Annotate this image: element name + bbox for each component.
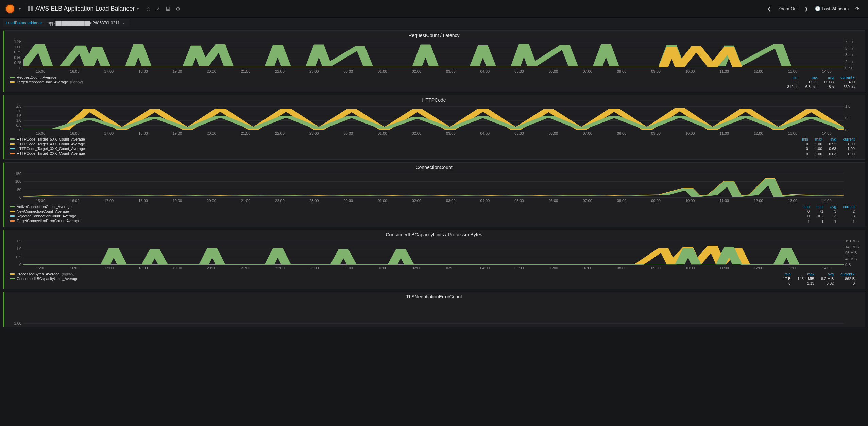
template-variable-row: LoadBalancerName app/████████████a2d8637…: [0, 18, 868, 29]
legend-series-name: HTTPCode_Target_3XX_Count_Average: [17, 147, 85, 151]
legend-swatch: [10, 215, 15, 217]
legend-item[interactable]: TargetResponseTime_Average (right-y): [10, 80, 784, 84]
panel-drag-handle[interactable]: [3, 163, 4, 227]
legend-list: ProcessedBytes_Average (right-y) Consume…: [10, 272, 780, 281]
panel-httpcode: HTTPCode 0 0.5 1.0 1.5 2.0 2.5 00.51.0 1…: [3, 95, 865, 160]
chart-plot[interactable]: [23, 174, 844, 197]
legend-list: RequestCount_Average TargetResponseTime_…: [10, 75, 784, 84]
chart-canvas[interactable]: 1.00: [23, 303, 844, 323]
legend-series-name: RequestCount_Average: [17, 75, 56, 79]
panel-title[interactable]: ConsumedLBCapacityUnits / ProcessedBytes: [3, 230, 865, 240]
legend-series-name: TargetConnectionErrorCount_Average: [17, 219, 80, 223]
legend-item[interactable]: HTTPCode_Target_3XX_Count_Average: [10, 146, 799, 151]
chart-plot[interactable]: [23, 42, 844, 68]
legend-swatch: [10, 206, 15, 207]
legend-swatch: [10, 273, 15, 275]
chart-canvas[interactable]: 0 0.5 1.0 1.5 2.0 2.5 00.51.0: [23, 106, 844, 130]
legend-stats-table: minmaxavgcurrent01.000.521.0001.000.631.…: [799, 137, 858, 157]
panel-tls: TLSNegotiationErrorCount 1.00: [3, 292, 865, 327]
variable-value-dropdown[interactable]: app/████████████a2d86370b0211 ▾: [45, 19, 130, 27]
legend-item[interactable]: HTTPCode_Target_2XX_Count_Average: [10, 151, 799, 156]
legend-series-name: ConsumedLBCapacityUnits_Average: [17, 277, 78, 281]
legend-swatch: [10, 211, 15, 212]
x-axis-ticks: 15:0016:0017:0018:0019:0020:0021:0022:00…: [23, 69, 844, 73]
legend-swatch: [10, 143, 15, 145]
panel-drag-handle[interactable]: [3, 230, 4, 289]
legend-series-name: HTTPCode_Target_2XX_Count_Average: [17, 151, 85, 155]
panel-title[interactable]: TLSNegotiationErrorCount: [3, 292, 865, 301]
legend-axis-hint: (right-y): [62, 272, 74, 276]
legend-series-name: ProcessedBytes_Average: [17, 272, 59, 276]
legend-item[interactable]: ConsumedLBCapacityUnits_Average: [10, 276, 780, 281]
time-back-button[interactable]: ❮: [764, 4, 775, 13]
legend-swatch: [10, 148, 15, 149]
legend-series-name: HTTPCode_Target_5XX_Count_Average: [17, 137, 85, 141]
legend-series-name: HTTPCode_Target_4XX_Count_Average: [17, 142, 85, 146]
legend-list: HTTPCode_Target_5XX_Count_Average HTTPCo…: [10, 137, 799, 156]
panel-drag-handle[interactable]: [3, 31, 4, 92]
panel-title[interactable]: ConnectionCount: [3, 163, 865, 172]
panel-title[interactable]: HTTPCode: [3, 95, 865, 105]
grafana-logo-icon[interactable]: [5, 4, 15, 14]
legend-item[interactable]: ActiveConnectionCount_Average: [10, 204, 800, 209]
legend-swatch: [10, 77, 15, 78]
clock-icon: 🕘: [815, 6, 820, 11]
panel-drag-handle[interactable]: [3, 95, 4, 159]
legend-item[interactable]: RejectedConnectionCount_Average: [10, 214, 800, 218]
x-axis-ticks: 15:0016:0017:0018:0019:0020:0021:0022:00…: [23, 131, 844, 135]
legend: HTTPCode_Target_5XX_Count_Average HTTPCo…: [7, 135, 861, 157]
legend-item[interactable]: HTTPCode_Target_4XX_Count_Average: [10, 142, 799, 146]
gear-icon[interactable]: ⚙: [173, 4, 183, 14]
legend-swatch: [10, 153, 15, 154]
time-picker: ❮ Zoom Out ❯ 🕘 Last 24 hours ⟳: [764, 4, 863, 13]
chart-plot[interactable]: [23, 241, 844, 265]
panel-area: RequestCount / Latency 0 0.25 0.50 0.75 …: [0, 29, 868, 331]
chevron-down-icon[interactable]: ▾: [17, 7, 23, 11]
refresh-button[interactable]: ⟳: [852, 4, 863, 13]
chart-plot[interactable]: [23, 303, 844, 323]
panel-conn: ConnectionCount 0 50 100 150 15:0016:001…: [3, 162, 865, 227]
legend-item[interactable]: RequestCount_Average: [10, 75, 784, 80]
time-range-button[interactable]: 🕘 Last 24 hours: [812, 4, 852, 13]
legend-axis-hint: (right-y): [70, 80, 83, 84]
dashboard-grid-icon: [28, 6, 33, 11]
chart-canvas[interactable]: 0 0.25 0.50 0.75 1.00 1.25 0 ns2 min3 mi…: [23, 42, 844, 68]
legend-stats-table: minmaxavgcurrent071320102331111: [800, 204, 858, 224]
legend: ActiveConnectionCount_Average NewConnect…: [7, 203, 861, 225]
variable-value-text: app/████████████a2d86370b0211: [48, 21, 120, 26]
star-icon[interactable]: ☆: [143, 4, 153, 14]
chart-plot[interactable]: [23, 106, 844, 130]
chevron-down-icon: ▾: [135, 7, 141, 11]
legend-series-name: TargetResponseTime_Average: [17, 80, 68, 84]
legend-item[interactable]: ProcessedBytes_Average (right-y): [10, 272, 780, 276]
legend-stats-table: minmaxavgcurrent17 B148.4 MiB8.2 MiB862 …: [780, 272, 858, 286]
legend-item[interactable]: TargetConnectionErrorCount_Average: [10, 218, 800, 223]
legend-series-name: NewConnectionCount_Average: [17, 209, 69, 213]
legend-list: ActiveConnectionCount_Average NewConnect…: [10, 204, 800, 223]
legend-item[interactable]: NewConnectionCount_Average: [10, 209, 800, 214]
legend-swatch: [10, 278, 15, 279]
variable-label: LoadBalancerName: [3, 19, 45, 27]
zoom-out-button[interactable]: Zoom Out: [775, 4, 801, 13]
legend-swatch: [10, 138, 15, 140]
chevron-down-icon: ▾: [121, 21, 127, 25]
dashboard-picker[interactable]: AWS ELB Application Load Balancer ▾: [25, 4, 143, 14]
top-nav: ▾ AWS ELB Application Load Balancer ▾ ☆ …: [0, 0, 868, 18]
legend-swatch: [10, 220, 15, 222]
legend-item[interactable]: HTTPCode_Target_5XX_Count_Average: [10, 137, 799, 142]
dashboard-title: AWS ELB Application Load Balancer: [35, 5, 135, 12]
panel-lcu: ConsumedLBCapacityUnits / ProcessedBytes…: [3, 230, 865, 289]
share-icon[interactable]: ↗: [153, 4, 163, 14]
panel-drag-handle[interactable]: [3, 292, 4, 327]
panel-title[interactable]: RequestCount / Latency: [3, 31, 865, 40]
legend-series-name: RejectedConnectionCount_Average: [17, 214, 76, 218]
x-axis-ticks: 15:0016:0017:0018:0019:0020:0021:0022:00…: [23, 266, 844, 270]
x-axis-ticks: 15:0016:0017:0018:0019:0020:0021:0022:00…: [23, 199, 844, 203]
legend-series-name: ActiveConnectionCount_Average: [17, 204, 72, 209]
chart-canvas[interactable]: 0 0.5 1.0 1.5 0 B48 MiB95 MiB143 MiB191 …: [23, 241, 844, 265]
save-icon[interactable]: 🖫: [163, 4, 173, 14]
legend-swatch: [10, 81, 15, 83]
time-forward-button[interactable]: ❯: [801, 4, 812, 13]
panel-reqcount: RequestCount / Latency 0 0.25 0.50 0.75 …: [3, 30, 865, 92]
chart-canvas[interactable]: 0 50 100 150: [23, 174, 844, 197]
